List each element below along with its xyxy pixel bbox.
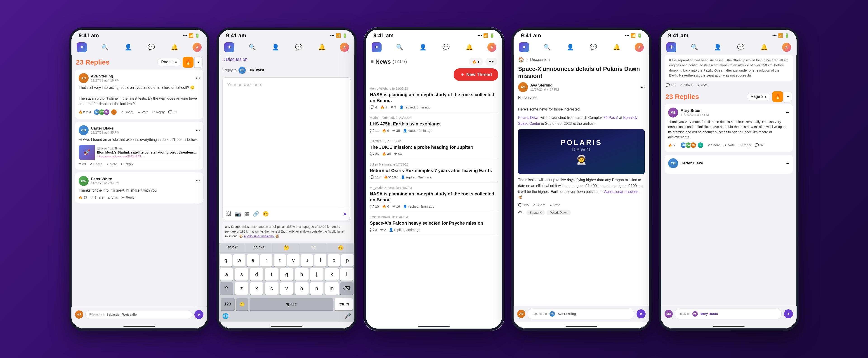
search-icon-5[interactable]: 🔍 — [689, 42, 700, 52]
key-return[interactable]: return — [335, 298, 352, 310]
autocomplete-4[interactable]: 🤍 — [300, 243, 327, 252]
fire-filter-btn-5[interactable]: 🔥 — [772, 91, 783, 102]
page-selector-1[interactable]: Page 1 ▾ 🔥 ▾ — [157, 57, 203, 68]
key-r[interactable]: r — [260, 254, 272, 267]
user-avatar-3[interactable]: A — [487, 43, 496, 52]
key-f[interactable]: f — [265, 268, 278, 280]
key-c[interactable]: c — [265, 282, 278, 295]
news-item-6[interactable]: Josario Provail, le 10/09/23 Space-X's F… — [370, 212, 498, 235]
key-v[interactable]: v — [280, 282, 293, 295]
key-n[interactable]: n — [310, 282, 323, 295]
bell-icon-5[interactable]: 🔔 — [759, 42, 769, 52]
vote-btn-article[interactable]: ▲ Vote — [549, 203, 560, 207]
key-q[interactable]: q — [220, 254, 232, 267]
more-icon-2[interactable]: ••• — [196, 128, 200, 132]
key-h[interactable]: h — [295, 268, 308, 280]
profile-icon-1[interactable]: 👤 — [123, 42, 133, 52]
vote-btn-1[interactable]: ▲ Vote — [137, 110, 149, 114]
user-avatar-5[interactable]: A — [782, 43, 791, 52]
reply-btn-5-1[interactable]: ↩ Reply — [739, 143, 751, 147]
key-o[interactable]: o — [328, 254, 340, 267]
user-avatar-4[interactable]: A — [635, 43, 644, 52]
photo-toolbar-icon[interactable]: 📷 — [235, 211, 241, 217]
key-i[interactable]: i — [314, 254, 327, 267]
back-btn[interactable]: ‹ Discussion — [223, 57, 248, 62]
key-d[interactable]: d — [250, 268, 264, 280]
news-item-5[interactable]: Mr_Auriol-X-2345, le 12/07/23 NASA is pl… — [370, 183, 498, 212]
key-shift[interactable]: ⇧ — [220, 282, 233, 295]
more-icon-3[interactable]: ••• — [196, 179, 200, 183]
key-x[interactable]: x — [250, 282, 264, 295]
key-j[interactable]: j — [310, 268, 323, 280]
chat-icon-5[interactable]: 💬 — [736, 42, 746, 52]
profile-icon-5[interactable]: 👤 — [713, 42, 723, 52]
key-p[interactable]: p — [341, 254, 353, 267]
page-selector-5[interactable]: Page 2 ▾ 🔥 ▾ — [747, 91, 792, 102]
vote-btn-5-1[interactable]: ▲ Vote — [724, 143, 735, 147]
breadcrumb-discussion[interactable]: Discussion — [530, 57, 550, 62]
search-icon-1[interactable]: 🔍 — [100, 42, 110, 52]
share-btn-3[interactable]: ↗ Share — [91, 195, 103, 199]
key-z[interactable]: z — [235, 282, 248, 295]
send-btn-5[interactable]: ➤ — [784, 309, 793, 319]
bell-icon-4[interactable]: 🔔 — [612, 42, 622, 52]
globe-icon[interactable]: 🌐 — [222, 313, 228, 319]
send-btn-4[interactable]: ➤ — [637, 309, 646, 319]
page-btn-5[interactable]: Page 2 ▾ — [747, 92, 770, 101]
keyboard[interactable]: "think" thinks 🤔 🤍 😊 q w e r t y u i o p… — [219, 243, 354, 322]
home-icon[interactable]: 🏠 — [518, 57, 524, 63]
sort-btn[interactable]: ≡▾ — [485, 58, 497, 66]
news-item-3[interactable]: Juliette456, le 11/08/23 The JUICE missi… — [370, 136, 498, 159]
key-y[interactable]: y — [287, 254, 300, 267]
app-logo-4[interactable]: ✦ — [519, 42, 529, 52]
launch-complex-link[interactable]: 39-Pad A — [603, 116, 618, 119]
emoji-toolbar-icon[interactable]: 😊 — [263, 211, 269, 217]
news-item-4[interactable]: Julien Martinez, le 17/03/23 Return of O… — [370, 159, 498, 183]
reply-btn-1[interactable]: ↩ Reply — [152, 110, 165, 114]
key-w[interactable]: w — [233, 254, 246, 267]
profile-icon-4[interactable]: 👤 — [565, 42, 575, 52]
reply-input-4[interactable]: Répondre à AS Ava Sterling — [528, 309, 634, 319]
share-btn-5[interactable]: ↗ Share — [680, 83, 693, 87]
vote-btn-3[interactable]: ▲ Vote — [107, 196, 118, 199]
share-btn-2[interactable]: ↗ Share — [90, 162, 102, 166]
tag-polarisdawn[interactable]: PolarisDawn — [547, 210, 571, 215]
bell-icon-2[interactable]: 🔔 — [317, 42, 327, 52]
send-toolbar-icon[interactable]: ➤ — [343, 211, 347, 217]
tag-spacex[interactable]: Space-X — [526, 210, 545, 215]
key-m[interactable]: m — [325, 282, 338, 295]
app-logo-3[interactable]: ✦ — [372, 42, 381, 52]
article-preview-1[interactable]: 🚀 📰 New York Times Elon Musk's Starlink … — [79, 145, 200, 160]
autocomplete-1[interactable]: "think" — [219, 243, 246, 252]
filter-btn[interactable]: 🔥▾ — [469, 58, 483, 66]
key-backspace[interactable]: ⌫ — [340, 282, 353, 295]
send-btn-1[interactable]: ➤ — [194, 310, 204, 319]
profile-icon-2[interactable]: 👤 — [271, 42, 281, 52]
polaris-dawn-link[interactable]: Polaris Dawn — [518, 116, 539, 119]
reply-input-1[interactable]: Répondre à Sebastien Weissalle — [86, 310, 192, 319]
reply-btn-2[interactable]: ↩ Reply — [121, 162, 133, 166]
share-btn-1[interactable]: ↗ Share — [121, 110, 133, 114]
key-space[interactable]: space — [250, 298, 333, 310]
apollo-missions-link[interactable]: Apollo lunar missions. — [604, 190, 640, 194]
key-123[interactable]: 123 — [221, 298, 235, 310]
news-item-1[interactable]: Henry Villeburt, le 21/09/23 NASA is pla… — [370, 84, 498, 113]
composer-area[interactable]: Your answer here 🖼 📷 ▦ 🔗 😊 ➤ — [222, 78, 351, 220]
user-avatar-2[interactable]: A — [340, 43, 349, 52]
key-e[interactable]: e — [247, 254, 259, 267]
key-s[interactable]: s — [235, 268, 248, 280]
reply-input-5[interactable]: Reply to MB Mary Braun — [675, 309, 782, 319]
autocomplete-5[interactable]: 😊 — [327, 243, 354, 252]
more-icon-5-2[interactable]: ••• — [785, 161, 789, 165]
profile-icon-3[interactable]: 👤 — [418, 42, 428, 52]
thread-link[interactable]: Apollo lunar missions. — [244, 235, 274, 238]
key-g[interactable]: g — [280, 268, 293, 280]
search-icon-3[interactable]: 🔍 — [395, 42, 405, 52]
chat-icon-1[interactable]: 💬 — [146, 42, 156, 52]
key-emoji[interactable]: 🙂 — [236, 298, 248, 310]
image-toolbar-icon[interactable]: 🖼 — [226, 211, 231, 217]
dropdown-btn-5[interactable]: ▾ — [784, 91, 792, 102]
autocomplete-3[interactable]: 🤔 — [273, 243, 300, 252]
bell-icon-1[interactable]: 🔔 — [169, 42, 180, 52]
key-k[interactable]: k — [325, 268, 338, 280]
